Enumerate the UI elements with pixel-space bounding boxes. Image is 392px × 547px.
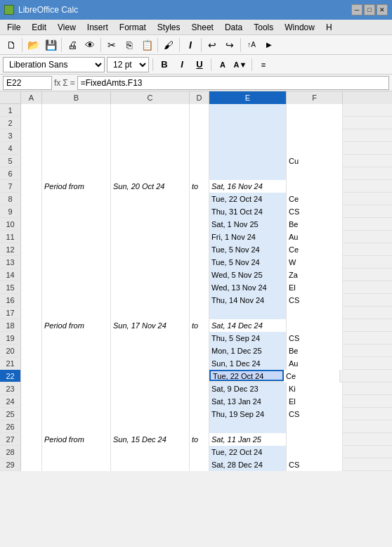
cell-a[interactable] (21, 256, 42, 269)
cell-b[interactable] (42, 193, 111, 205)
cell-a[interactable] (21, 420, 42, 433)
menu-edit[interactable]: Edit (26, 21, 52, 34)
print-btn[interactable]: 🖨 (64, 37, 81, 53)
cell-f[interactable]: Ki (287, 382, 343, 395)
cell-d[interactable] (190, 458, 209, 471)
row-num[interactable]: 1 (0, 104, 21, 116)
cell-d[interactable] (190, 167, 209, 180)
format-paint-btn[interactable]: 🖌 (160, 37, 177, 53)
open-btn[interactable]: 📂 (25, 37, 41, 53)
cell-b[interactable] (42, 117, 111, 129)
cell-f[interactable]: Au (287, 231, 343, 243)
row-num[interactable]: 17 (0, 307, 21, 318)
cell-f[interactable] (287, 307, 343, 319)
more-btn[interactable]: ▶ (261, 37, 277, 53)
cell-c[interactable] (111, 142, 190, 155)
cell-d[interactable] (190, 345, 209, 357)
cell-e[interactable]: Wed, 5 Nov 25 (209, 269, 287, 281)
cell-b[interactable] (42, 256, 111, 269)
col-header-f[interactable]: F (287, 91, 343, 104)
cell-e[interactable]: Thu, 14 Nov 24 (209, 294, 287, 307)
row-num[interactable]: 7 (0, 180, 21, 192)
row-num[interactable]: 6 (0, 167, 21, 179)
cell-c[interactable] (111, 167, 190, 180)
cell-b[interactable] (42, 269, 111, 281)
cell-c[interactable] (111, 256, 190, 269)
row-num[interactable]: 27 (0, 433, 21, 445)
font-size-select[interactable]: 12 pt (107, 57, 149, 72)
new-btn[interactable]: 🗋 (3, 37, 20, 53)
row-num[interactable]: 19 (0, 332, 21, 344)
cell-f[interactable]: Cu (287, 155, 343, 167)
row-num[interactable]: 2 (0, 117, 21, 129)
cell-f[interactable] (287, 167, 343, 180)
cell-e[interactable]: Tue, 5 Nov 24 (209, 256, 287, 269)
cell-c[interactable] (111, 395, 190, 408)
row-num[interactable]: 21 (0, 357, 21, 369)
cell-c[interactable] (111, 370, 190, 382)
cell-e[interactable] (209, 104, 287, 117)
cell-a[interactable] (21, 142, 42, 155)
font-color-btn[interactable]: A (215, 57, 230, 72)
cell-d[interactable] (190, 420, 209, 433)
menu-format[interactable]: Format (114, 21, 152, 34)
cell-d[interactable] (190, 395, 209, 408)
cell-c[interactable] (111, 307, 190, 319)
cell-d[interactable] (190, 370, 209, 382)
row-num[interactable]: 13 (0, 256, 21, 268)
cell-f[interactable]: Ce (287, 193, 343, 205)
menu-tools[interactable]: Tools (248, 21, 279, 34)
cell-e[interactable] (209, 167, 287, 180)
cell-b[interactable] (42, 231, 111, 243)
cell-c[interactable] (111, 205, 190, 218)
cell-d[interactable] (190, 281, 209, 294)
cell-e[interactable]: Tue, 22 Oct 24 (209, 193, 287, 205)
cell-c[interactable] (111, 193, 190, 205)
cell-e[interactable]: Thu, 19 Sep 24 (209, 408, 287, 420)
cell-f[interactable] (287, 319, 343, 332)
cell-b[interactable] (42, 357, 111, 370)
cell-e[interactable] (209, 142, 287, 155)
cell-e[interactable]: Thu, 5 Sep 24 (209, 332, 287, 345)
cell-c[interactable] (111, 408, 190, 420)
formula-input[interactable] (77, 76, 389, 90)
cell-a[interactable] (21, 307, 42, 319)
close-btn[interactable]: ✕ (377, 4, 388, 15)
save-btn[interactable]: 💾 (42, 37, 59, 53)
cell-b[interactable] (42, 458, 111, 471)
cell-b[interactable] (42, 167, 111, 180)
copy-btn[interactable]: ⎘ (121, 37, 138, 53)
row-num[interactable]: 22 (0, 370, 21, 382)
cell-b[interactable] (42, 382, 111, 395)
cell-a[interactable] (21, 433, 42, 446)
cell-d[interactable] (190, 408, 209, 420)
cell-a[interactable] (21, 345, 42, 357)
cell-e[interactable] (209, 420, 287, 433)
cell-e[interactable]: Sat, 11 Jan 25 (209, 433, 287, 446)
menu-insert[interactable]: Insert (81, 21, 114, 34)
cell-a[interactable] (21, 382, 42, 395)
cell-f[interactable] (287, 142, 343, 155)
row-num[interactable]: 23 (0, 382, 21, 394)
cell-f[interactable]: El (287, 281, 343, 294)
cell-d[interactable] (190, 129, 209, 142)
maximize-btn[interactable]: □ (364, 4, 375, 15)
row-num[interactable]: 10 (0, 218, 21, 230)
cell-b[interactable] (42, 332, 111, 345)
cell-c[interactable] (111, 357, 190, 370)
cell-c[interactable] (111, 382, 190, 395)
cell-d[interactable] (190, 256, 209, 269)
italic-btn[interactable]: I (174, 57, 190, 72)
row-num[interactable]: 18 (0, 319, 21, 331)
cell-f[interactable]: CS (287, 458, 343, 471)
row-num[interactable]: 20 (0, 345, 21, 356)
cell-c[interactable]: Sun, 15 Dec 24 (111, 433, 190, 446)
row-num[interactable]: 12 (0, 243, 21, 255)
cell-a[interactable] (21, 167, 42, 180)
cell-c[interactable] (111, 345, 190, 357)
highlight-btn[interactable]: A▼ (233, 57, 248, 72)
cell-f[interactable]: W (287, 256, 343, 269)
cell-b[interactable] (42, 420, 111, 433)
cell-b[interactable] (42, 281, 111, 294)
cell-b[interactable] (42, 142, 111, 155)
